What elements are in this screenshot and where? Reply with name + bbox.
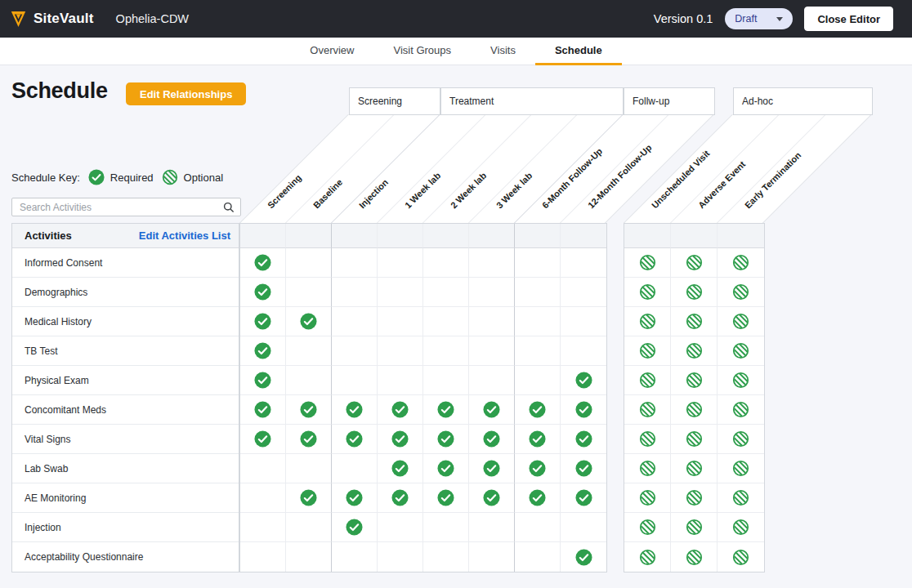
schedule-cell[interactable] (561, 336, 606, 366)
schedule-cell[interactable] (332, 425, 378, 454)
schedule-cell[interactable] (332, 395, 378, 425)
schedule-cell[interactable] (378, 366, 423, 395)
schedule-cell[interactable] (423, 336, 469, 366)
schedule-cell[interactable] (423, 483, 469, 513)
schedule-cell[interactable] (718, 542, 764, 572)
schedule-cell[interactable] (561, 278, 606, 307)
schedule-cell[interactable] (515, 278, 561, 307)
schedule-cell[interactable] (671, 278, 718, 307)
schedule-cell[interactable] (561, 307, 606, 336)
schedule-cell[interactable] (469, 278, 515, 307)
schedule-cell[interactable] (561, 542, 606, 572)
schedule-cell[interactable] (624, 454, 671, 483)
schedule-cell[interactable] (469, 425, 515, 454)
schedule-cell[interactable] (624, 366, 671, 395)
schedule-cell[interactable] (469, 366, 515, 395)
schedule-cell[interactable] (423, 513, 469, 542)
close-editor-button[interactable]: Close Editor (804, 7, 893, 31)
schedule-cell[interactable] (469, 395, 515, 425)
schedule-cell[interactable] (378, 278, 423, 307)
schedule-cell[interactable] (624, 542, 671, 572)
schedule-cell[interactable] (718, 366, 764, 395)
schedule-cell[interactable] (515, 336, 561, 366)
schedule-cell[interactable] (423, 395, 469, 425)
schedule-cell[interactable] (286, 425, 332, 454)
schedule-cell[interactable] (561, 395, 606, 425)
schedule-cell[interactable] (378, 454, 423, 483)
schedule-cell[interactable] (378, 336, 423, 366)
schedule-cell[interactable] (469, 454, 515, 483)
schedule-cell[interactable] (515, 542, 561, 572)
schedule-cell[interactable] (469, 248, 515, 278)
schedule-cell[interactable] (378, 542, 423, 572)
tab-overview[interactable]: Overview (290, 38, 373, 65)
schedule-cell[interactable] (378, 307, 423, 336)
schedule-cell[interactable] (515, 366, 561, 395)
schedule-cell[interactable] (286, 366, 332, 395)
schedule-cell[interactable] (718, 454, 764, 483)
schedule-cell[interactable] (718, 395, 764, 425)
schedule-cell[interactable] (718, 513, 764, 542)
schedule-cell[interactable] (515, 483, 561, 513)
schedule-cell[interactable] (624, 336, 671, 366)
schedule-cell[interactable] (515, 307, 561, 336)
schedule-cell[interactable] (561, 483, 606, 513)
schedule-cell[interactable] (240, 483, 286, 513)
schedule-cell[interactable] (240, 395, 286, 425)
schedule-cell[interactable] (286, 542, 332, 572)
schedule-cell[interactable] (718, 483, 764, 513)
schedule-cell[interactable] (469, 513, 515, 542)
schedule-cell[interactable] (561, 366, 606, 395)
schedule-cell[interactable] (718, 425, 764, 454)
schedule-cell[interactable] (240, 513, 286, 542)
schedule-cell[interactable] (624, 513, 671, 542)
schedule-cell[interactable] (718, 248, 764, 278)
schedule-cell[interactable] (332, 513, 378, 542)
schedule-cell[interactable] (332, 336, 378, 366)
schedule-cell[interactable] (671, 425, 718, 454)
tab-visit-groups[interactable]: Visit Groups (373, 38, 471, 65)
schedule-cell[interactable] (671, 248, 718, 278)
schedule-cell[interactable] (515, 513, 561, 542)
schedule-cell[interactable] (240, 425, 286, 454)
schedule-cell[interactable] (240, 336, 286, 366)
schedule-cell[interactable] (378, 513, 423, 542)
schedule-cell[interactable] (624, 483, 671, 513)
search-input[interactable] (12, 202, 223, 213)
schedule-cell[interactable] (671, 542, 718, 572)
schedule-cell[interactable] (515, 425, 561, 454)
schedule-cell[interactable] (286, 483, 332, 513)
schedule-cell[interactable] (240, 542, 286, 572)
tab-visits[interactable]: Visits (471, 38, 535, 65)
schedule-cell[interactable] (624, 278, 671, 307)
schedule-cell[interactable] (378, 425, 423, 454)
schedule-cell[interactable] (240, 454, 286, 483)
schedule-cell[interactable] (469, 336, 515, 366)
schedule-cell[interactable] (378, 395, 423, 425)
schedule-cell[interactable] (624, 395, 671, 425)
schedule-cell[interactable] (515, 454, 561, 483)
schedule-cell[interactable] (469, 483, 515, 513)
schedule-cell[interactable] (469, 307, 515, 336)
schedule-cell[interactable] (240, 278, 286, 307)
schedule-cell[interactable] (332, 454, 378, 483)
schedule-cell[interactable] (286, 307, 332, 336)
schedule-cell[interactable] (423, 366, 469, 395)
schedule-cell[interactable] (286, 513, 332, 542)
schedule-cell[interactable] (515, 395, 561, 425)
schedule-cell[interactable] (332, 278, 378, 307)
schedule-cell[interactable] (624, 307, 671, 336)
schedule-cell[interactable] (561, 513, 606, 542)
schedule-cell[interactable] (240, 366, 286, 395)
schedule-cell[interactable] (624, 248, 671, 278)
schedule-cell[interactable] (718, 278, 764, 307)
schedule-cell[interactable] (286, 278, 332, 307)
schedule-cell[interactable] (332, 542, 378, 572)
schedule-cell[interactable] (561, 248, 606, 278)
schedule-cell[interactable] (671, 366, 718, 395)
schedule-cell[interactable] (240, 248, 286, 278)
schedule-cell[interactable] (240, 307, 286, 336)
schedule-cell[interactable] (671, 336, 718, 366)
schedule-cell[interactable] (286, 454, 332, 483)
edit-activities-list-link[interactable]: Edit Activities List (139, 229, 230, 242)
